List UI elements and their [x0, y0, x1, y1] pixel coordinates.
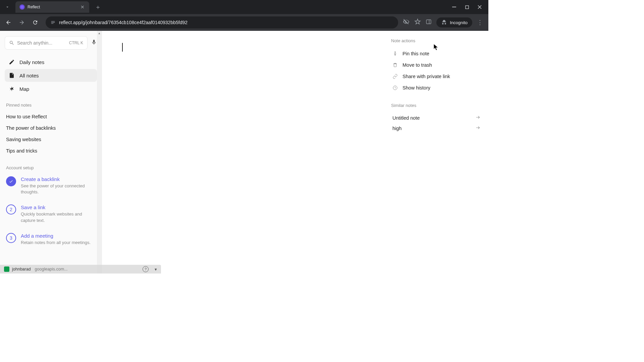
open-note-icon[interactable]: [476, 115, 480, 121]
pinned-note[interactable]: The power of backlinks: [5, 122, 97, 134]
address-bar[interactable]: reflect.app/g/johnbarad/76354cb108ce4f2a…: [46, 16, 398, 28]
eye-off-icon[interactable]: [403, 18, 410, 26]
link-icon: [392, 74, 398, 79]
side-panel-icon[interactable]: [426, 19, 432, 26]
tab-favicon-icon: [19, 4, 25, 10]
pencil-icon: [9, 59, 15, 65]
nav-map[interactable]: Map: [5, 82, 97, 95]
similar-notes-list: Untitled note high: [391, 113, 482, 133]
pinned-note[interactable]: Saving websites: [5, 134, 97, 145]
status-indicator-icon: [4, 266, 9, 272]
check-icon: [9, 179, 13, 184]
app-root: ▲ Search anythin... CTRL K Daily notes A…: [0, 31, 488, 274]
open-note-icon[interactable]: [476, 125, 480, 131]
browser-toolbar: reflect.app/g/johnbarad/76354cb108ce4f2a…: [0, 14, 488, 31]
pinned-notes-list: How to use Reflect The power of backlink…: [5, 111, 97, 157]
similar-note[interactable]: Untitled note: [391, 113, 482, 123]
action-pin-note[interactable]: Pin this note: [391, 48, 482, 59]
setup-desc: Quickly bookmark websites and capture te…: [21, 211, 96, 223]
action-label: Share with private link: [402, 74, 450, 79]
status-user: johnbarad: [12, 267, 31, 272]
right-panel: Note actions Pin this note Move to trash…: [384, 31, 488, 274]
close-window-button[interactable]: [476, 4, 483, 10]
action-label: Pin this note: [402, 51, 429, 56]
similar-note[interactable]: high: [391, 123, 482, 133]
close-tab-button[interactable]: ✕: [80, 4, 85, 10]
maximize-button[interactable]: [464, 4, 470, 10]
setup-step-backlink[interactable]: Create a backlink See the power of your …: [5, 174, 97, 198]
minimize-button[interactable]: [451, 4, 458, 10]
window-controls: [451, 4, 488, 10]
nav-label: Map: [19, 86, 29, 92]
incognito-label: Incognito: [450, 20, 468, 25]
url-text: reflect.app/g/johnbarad/76354cb108ce4f2a…: [59, 20, 393, 25]
asterisk-icon: [9, 86, 15, 92]
setup-step-save-link[interactable]: 2 Save a link Quickly bookmark websites …: [5, 202, 97, 226]
nav-daily-notes[interactable]: Daily notes: [5, 56, 97, 68]
action-label: Move to trash: [402, 62, 432, 68]
svg-rect-2: [426, 20, 431, 24]
setup-title: Save a link: [21, 204, 96, 210]
similar-notes-header: Similar notes: [391, 103, 482, 108]
nav-label: All notes: [19, 73, 39, 78]
search-placeholder: Search anythin...: [17, 40, 66, 46]
search-shortcut: CTRL K: [69, 41, 83, 45]
account-setup-list: Create a backlink See the power of your …: [5, 174, 97, 248]
new-tab-button[interactable]: ＋: [93, 2, 103, 12]
note-actions-list: Pin this note Move to trash Share with p…: [391, 48, 482, 94]
browser-tab-strip: Reflect ✕ ＋: [0, 0, 488, 14]
scrollbar-track[interactable]: ▲: [97, 31, 102, 274]
setup-step-add-meeting[interactable]: 3 Add a meeting Retain notes from all yo…: [5, 230, 97, 248]
primary-nav: Daily notes All notes Map: [5, 56, 97, 95]
note-editor[interactable]: [102, 31, 384, 274]
action-show-history[interactable]: Show history: [391, 82, 482, 94]
action-move-trash[interactable]: Move to trash: [391, 59, 482, 71]
pinned-note[interactable]: Tips and tricks: [5, 145, 97, 157]
pinned-notes-header: Pinned notes: [5, 103, 97, 108]
setup-desc: See the power of your connected thoughts…: [21, 183, 96, 195]
svg-rect-1: [465, 5, 468, 8]
note-actions-header: Note actions: [391, 38, 482, 43]
document-icon: [9, 72, 15, 78]
svg-rect-0: [452, 7, 456, 7]
similar-note-label: high: [392, 126, 401, 131]
incognito-badge[interactable]: Incognito: [436, 17, 472, 27]
pin-icon: [392, 51, 398, 56]
setup-badge-done: [6, 176, 16, 186]
action-share-link[interactable]: Share with private link: [391, 71, 482, 82]
account-setup-header: Account setup: [5, 165, 97, 170]
setup-badge-number: 3: [6, 233, 16, 243]
bookmark-star-icon[interactable]: [414, 18, 421, 26]
pinned-note[interactable]: How to use Reflect: [5, 111, 97, 122]
setup-title: Add a meeting: [21, 233, 96, 239]
nav-label: Daily notes: [19, 59, 44, 65]
browser-menu-button[interactable]: ⋮: [477, 19, 483, 26]
status-loading-text: googleapis.com...: [35, 267, 68, 272]
scroll-up-arrow-icon[interactable]: ▲: [98, 32, 101, 35]
similar-note-label: Untitled note: [392, 115, 420, 121]
incognito-icon: [441, 19, 447, 25]
trash-icon: [392, 62, 398, 68]
search-input[interactable]: Search anythin... CTRL K: [5, 36, 88, 50]
reload-button[interactable]: [30, 17, 41, 28]
voice-input-button[interactable]: [91, 39, 97, 47]
tab-search-button[interactable]: [1, 1, 13, 13]
setup-badge-number: 2: [6, 204, 16, 215]
browser-tab[interactable]: Reflect ✕: [15, 1, 89, 13]
clock-icon: [392, 85, 398, 90]
setup-title: Create a backlink: [21, 176, 96, 182]
setup-desc: Retain notes from all your meetings.: [21, 240, 96, 246]
back-button[interactable]: [3, 17, 14, 28]
sidebar: ▲ Search anythin... CTRL K Daily notes A…: [0, 31, 102, 274]
tab-title: Reflect: [28, 5, 77, 9]
forward-button[interactable]: [16, 17, 28, 28]
search-icon: [9, 40, 14, 46]
nav-all-notes[interactable]: All notes: [5, 69, 97, 82]
text-cursor: [122, 43, 123, 52]
action-label: Show history: [402, 85, 430, 90]
site-info-icon[interactable]: [50, 20, 56, 25]
